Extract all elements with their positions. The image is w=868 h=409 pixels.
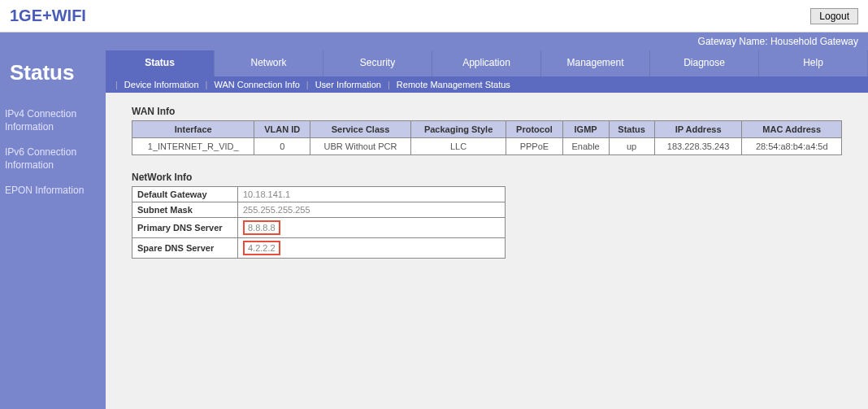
subtab-device-info[interactable]: Device Information xyxy=(121,80,202,89)
network-row-spare-dns: Spare DNS Server 4.2.2.2 xyxy=(132,238,506,259)
tab-diagnose[interactable]: Diagnose xyxy=(650,50,759,76)
wan-interface: 1_INTERNET_R_VID_ xyxy=(132,138,254,155)
tab-status[interactable]: Status xyxy=(106,50,215,76)
wan-header-row: Interface VLAN ID Service Class Packagin… xyxy=(132,121,842,138)
logo-text: 1GE+WIFI xyxy=(10,7,86,25)
wan-header-igmp: IGMP xyxy=(562,121,609,138)
spare-dns-highlight: 4.2.2.2 xyxy=(243,241,280,255)
wan-header-vlan: VLAN ID xyxy=(254,121,310,138)
wan-protocol: PPPoE xyxy=(506,138,562,155)
wan-header-packaging: Packaging Style xyxy=(410,121,506,138)
network-row-gateway: Default Gateway 10.18.141.1 xyxy=(132,187,506,202)
content-area: WAN Info Interface VLAN ID Service Class… xyxy=(106,93,868,272)
network-label-gateway: Default Gateway xyxy=(132,187,238,202)
network-label-primary-dns: Primary DNS Server xyxy=(132,218,238,238)
network-info-table: Default Gateway 10.18.141.1 Subnet Mask … xyxy=(132,186,506,259)
network-value-spare-dns: 4.2.2.2 xyxy=(238,238,506,259)
wan-info-table: Interface VLAN ID Service Class Packagin… xyxy=(132,120,842,155)
subtab-wan-conn[interactable]: WAN Connection Info xyxy=(210,80,302,89)
wan-header-ip: IP Address xyxy=(654,121,742,138)
wan-mac: 28:54:a8:b4:a4:5d xyxy=(742,138,842,155)
network-label-subnet: Subnet Mask xyxy=(132,202,238,218)
tab-management[interactable]: Management xyxy=(541,50,650,76)
main-content: Status Network Security Application Mana… xyxy=(106,50,868,409)
wan-header-service: Service Class xyxy=(310,121,411,138)
logout-button[interactable]: Logout xyxy=(810,8,858,24)
subtab-row: | Device Information | WAN Connection In… xyxy=(106,76,868,93)
tab-row: Status Network Security Application Mana… xyxy=(106,50,868,76)
sidebar-item-epon[interactable]: EPON Information xyxy=(0,178,106,204)
wan-header-protocol: Protocol xyxy=(506,121,562,138)
network-value-subnet: 255.255.255.255 xyxy=(238,202,506,218)
sidebar-title: Status xyxy=(0,54,106,102)
sidebar-item-ipv4[interactable]: IPv4 Connection Information xyxy=(0,102,106,140)
wan-info-title: WAN Info xyxy=(132,106,842,117)
wan-status: up xyxy=(609,138,654,155)
network-row-subnet: Subnet Mask 255.255.255.255 xyxy=(132,202,506,218)
sidebar: Status IPv4 Connection Information IPv6 … xyxy=(0,50,106,409)
tab-security[interactable]: Security xyxy=(323,50,432,76)
wan-service: UBR Without PCR xyxy=(310,138,411,155)
network-row-primary-dns: Primary DNS Server 8.8.8.8 xyxy=(132,218,506,238)
network-value-primary-dns: 8.8.8.8 xyxy=(238,218,506,238)
network-value-gateway: 10.18.141.1 xyxy=(238,187,506,202)
wan-igmp: Enable xyxy=(562,138,609,155)
tab-application[interactable]: Application xyxy=(432,50,541,76)
tab-help[interactable]: Help xyxy=(759,50,868,76)
wan-header-status: Status xyxy=(609,121,654,138)
gateway-name-bar: Gateway Name: Household Gateway xyxy=(0,33,868,50)
sidebar-item-ipv6[interactable]: IPv6 Connection Information xyxy=(0,140,106,178)
subtab-remote-mgmt[interactable]: Remote Management Status xyxy=(393,80,514,89)
wan-header-interface: Interface xyxy=(132,121,254,138)
network-info-title: NetWork Info xyxy=(132,172,842,183)
subtab-user-info[interactable]: User Information xyxy=(312,80,384,89)
wan-ip: 183.228.35.243 xyxy=(654,138,742,155)
wan-data-row: 1_INTERNET_R_VID_ 0 UBR Without PCR LLC … xyxy=(132,138,842,155)
tab-network[interactable]: Network xyxy=(215,50,323,76)
wan-vlan: 0 xyxy=(254,138,310,155)
wan-header-mac: MAC Address xyxy=(742,121,842,138)
wan-packaging: LLC xyxy=(410,138,506,155)
primary-dns-highlight: 8.8.8.8 xyxy=(243,220,280,235)
network-label-spare-dns: Spare DNS Server xyxy=(132,238,238,259)
header: 1GE+WIFI Logout xyxy=(0,0,868,33)
